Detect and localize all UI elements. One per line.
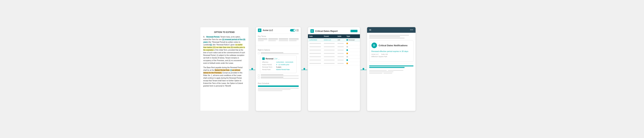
skeleton: [309, 50, 321, 50]
email-row-3: [369, 73, 414, 74]
key-terms-section: Key Terms: [256, 34, 301, 44]
report-action-button[interactable]: [350, 30, 358, 32]
skeleton-cell: [345, 55, 360, 58]
rent-schedule-label: Rent Schedule: [258, 83, 299, 84]
skeleton: [338, 60, 344, 60]
table-row: [308, 55, 360, 58]
email-divider: [369, 63, 414, 64]
email-meta-tenant: Acme LLC Suite 100: [372, 53, 411, 55]
critical-dates-report-panel: D Critical Dates Report Date Tenant Suit…: [308, 27, 360, 111]
skeleton-cell: [345, 62, 360, 65]
rights-options-section: Right & Options ✓ Renewal 2 ↺ …: [256, 47, 301, 81]
divider-1: [256, 46, 301, 46]
key-term-3: [279, 38, 288, 41]
renewal-card: ✓ Renewal 2 ↺ … Effective: 11/01/2022 - …: [260, 55, 297, 73]
skeleton: [268, 39, 278, 40]
notification-title: Critical Dates Notifications: [379, 44, 408, 47]
email-brand-logo: D: [372, 43, 377, 48]
panel1-paragraph1: A. Renewal Period. Tenant many, at its o…: [203, 36, 246, 64]
type-dot-orange: [346, 43, 348, 44]
skeleton: [338, 50, 344, 50]
type-dot-gray: [346, 46, 348, 47]
skeleton: [279, 38, 288, 39]
col-suite: Suite: [336, 34, 345, 38]
skeleton: [309, 53, 321, 54]
skeleton: [338, 46, 344, 47]
connector-dot-2: [304, 68, 305, 70]
skeleton: [324, 46, 335, 47]
grid-view-button[interactable]: [296, 29, 299, 32]
skeleton: [309, 43, 321, 44]
rights-row-2: [258, 75, 299, 76]
row1-type: Renewal: [345, 38, 360, 42]
table-row: [308, 45, 360, 48]
main-container: OPTION TO EXTEND A. Renewal Period. Tena…: [200, 27, 444, 111]
skeleton: [289, 38, 299, 39]
app-title: Acme LLC: [263, 29, 288, 32]
renewal-effective-label: Effective:: [262, 61, 276, 63]
checkbox-1[interactable]: [258, 52, 260, 54]
skeleton-cell: [322, 58, 336, 62]
email-chrome-header: ✉ •••: [367, 27, 416, 33]
skeleton-cell: [308, 55, 322, 58]
skeleton: [338, 56, 344, 57]
col-date: Date: [308, 34, 322, 38]
table-row: [308, 42, 360, 45]
skeleton: [261, 75, 284, 75]
skeleton: [258, 40, 264, 41]
checkbox-3[interactable]: [258, 77, 260, 79]
table-row[interactable]: 11/01/2022 Acme LLC 100 Renewal: [308, 38, 360, 42]
report-logo: D: [310, 29, 314, 33]
key-term-1: [258, 38, 268, 41]
table-row: [308, 62, 360, 65]
app-header: D Acme LLC: [256, 27, 301, 34]
report-header: D Critical Dates Report: [308, 27, 360, 34]
skeleton-cell: [322, 42, 336, 45]
skeleton-cell: [308, 48, 322, 52]
acme-app-panel: D Acme LLC Key Terms: [256, 27, 301, 111]
renewal-icon: ✓: [262, 57, 265, 60]
renewal-term-label: Renewal Term:: [262, 66, 276, 68]
skeleton: [338, 53, 344, 54]
skeleton-cell: [336, 42, 345, 45]
col-tenant: Tenant: [322, 34, 336, 38]
row1-suite: 100: [336, 38, 345, 42]
skeleton-cell: [345, 42, 360, 45]
skeleton-cell: [308, 52, 322, 55]
checkbox-2[interactable]: [258, 75, 260, 76]
panel1-title: OPTION TO EXTEND: [203, 31, 246, 34]
skeleton: [289, 39, 299, 40]
skeleton: [369, 73, 382, 74]
skeleton: [258, 39, 268, 40]
skeleton: [258, 90, 282, 91]
skeleton: [338, 43, 344, 44]
type-badge-renewal: Renewal: [346, 39, 358, 41]
type-dot-orange2: [346, 53, 348, 54]
rights-lines-1: [261, 52, 299, 54]
skeleton: [309, 63, 321, 64]
dot-annotation-1: [210, 44, 212, 46]
connector-line-3: [360, 70, 366, 70]
connector-dot-3: [362, 68, 364, 70]
spacer: [369, 69, 414, 69]
skeleton: [369, 72, 394, 72]
skeleton-cell: [322, 48, 336, 52]
skeleton: [268, 40, 276, 41]
dot-annotation-2: [230, 69, 232, 71]
skeleton: [324, 56, 335, 57]
skeleton: [324, 60, 335, 60]
skeleton: [369, 35, 409, 36]
toggle-button[interactable]: [290, 29, 296, 32]
key-term-4: [289, 38, 299, 41]
email-notification-header: D Critical Dates Notifications: [372, 43, 411, 48]
skeleton-cell: [322, 52, 336, 55]
rent-schedule-lines: [258, 88, 299, 91]
skeleton: [261, 77, 284, 78]
skeleton: [261, 52, 284, 53]
skeleton-cell: [308, 62, 322, 65]
rent-schedule-bar: [258, 86, 299, 87]
email-more-options[interactable]: •••: [410, 29, 414, 31]
connector-line-1: [249, 70, 255, 70]
skeleton: [268, 38, 278, 39]
skeleton-teal: [369, 65, 414, 66]
